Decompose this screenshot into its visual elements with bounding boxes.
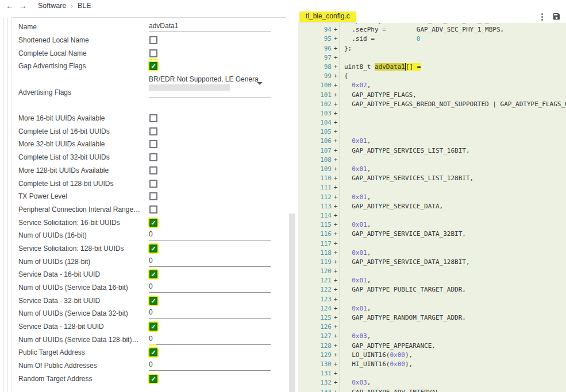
code-line: 121+ 0x01, (298, 276, 566, 285)
code-line: 114+ (298, 211, 566, 220)
line-number: 124 (298, 304, 332, 313)
diff-added-marker: + (332, 109, 340, 118)
code-line: 120+ (298, 267, 566, 276)
line-number: 133 (298, 388, 332, 392)
diff-added-marker: + (332, 100, 340, 109)
checkbox[interactable] (149, 180, 157, 188)
field-label: Name (18, 23, 149, 31)
form-row: Num of UUIDs (Service Data 32-bit)0 (18, 307, 280, 320)
form-row: Complete List of 128-bit UUIDs (18, 177, 280, 190)
text-input[interactable]: advData1 (149, 22, 271, 32)
line-number: 104 (298, 118, 332, 127)
field-label: Gap Advertising Flags (18, 62, 149, 70)
checkbox[interactable]: ✓ (149, 323, 157, 331)
code-line: 94+ .secPhy = GAP_ADV_SEC_PHY_1_MBPS, (298, 25, 566, 34)
form-row: Num of UUIDs (Service Data 16-bit)0 (18, 281, 280, 294)
text-input[interactable]: 0 (149, 257, 271, 267)
checkbox[interactable]: ✓ (149, 62, 157, 70)
text-input[interactable]: 0 (149, 335, 271, 345)
breadcrumb-item-software[interactable]: Software (38, 2, 66, 10)
code-line: 116+ GAP_ADTYPE_SERVICE_DATA_32BIT, (298, 230, 566, 239)
field-label: Complete Local Name (18, 49, 149, 57)
checkbox[interactable] (149, 153, 157, 161)
line-number: 117 (298, 239, 332, 249)
code-line: 131+ (298, 369, 566, 378)
checkbox[interactable] (149, 205, 157, 214)
field-label: Peripheral Connection Interval Range… (18, 205, 149, 214)
line-number: 106 (298, 137, 332, 146)
chevron-down-icon[interactable] (257, 82, 263, 85)
checkbox[interactable]: ✓ (149, 219, 157, 227)
diff-added-marker: + (332, 25, 340, 34)
line-number: 114 (298, 211, 332, 220)
line-number: 129 (298, 351, 332, 360)
form-row: Complete List of 16-bit UUIDs (18, 125, 280, 138)
line-number: 101 (298, 91, 332, 100)
line-number: 107 (298, 146, 332, 156)
checkbox[interactable] (149, 140, 157, 148)
diff-added-marker: + (332, 183, 340, 192)
form-row: Num of UUIDs (128-bit)0 (18, 255, 280, 268)
back-arrow-icon[interactable]: ← (5, 1, 14, 10)
checkbox[interactable]: ✓ (149, 244, 157, 253)
field-label: Num of UUIDs (Service Data 128-bit)… (18, 336, 149, 344)
tab-ti-ble-config[interactable]: ti_ble_config.c (299, 11, 356, 22)
diff-added-marker: + (332, 285, 340, 294)
line-number: 122 (298, 285, 332, 294)
line-number: 130 (298, 360, 332, 369)
line-number: 113 (298, 202, 332, 211)
code-line: 126+ (298, 323, 566, 332)
checkbox[interactable]: ✓ (149, 270, 157, 278)
field-label: Service Data - 16-bit UUID (18, 270, 149, 278)
diff-added-marker: + (332, 230, 340, 239)
forward-arrow-icon[interactable]: → (18, 1, 28, 10)
diff-added-marker: + (332, 81, 340, 90)
line-number: 127 (298, 332, 332, 341)
diff-added-marker: + (332, 91, 340, 100)
checkbox[interactable] (149, 114, 157, 122)
line-number: 109 (298, 165, 332, 174)
diff-added-marker: + (332, 388, 340, 392)
line-number: 126 (298, 323, 332, 332)
diff-added-marker: + (332, 127, 340, 137)
code-line: 109+ 0x01, (298, 165, 566, 174)
text-input[interactable]: 0 (149, 360, 271, 371)
line-number: 121 (298, 276, 332, 285)
diff-added-marker: + (332, 53, 340, 63)
form-row: More 16-bit UUIDs Available (18, 112, 280, 125)
checkbox[interactable] (149, 166, 157, 174)
checkbox[interactable]: ✓ (149, 348, 157, 356)
checkbox[interactable]: ✓ (149, 297, 157, 305)
diff-added-marker: + (332, 323, 340, 332)
line-number: 116 (298, 230, 332, 239)
form-row: More 32-bit UUIDs Available (18, 138, 280, 151)
field-label: More 128-bit UUIDs Available (18, 166, 149, 174)
form-row: More 128-bit UUIDs Available (18, 164, 280, 177)
field-label: Service Solicitation: 16-bit UUIDs (18, 219, 149, 227)
checkbox[interactable] (149, 192, 157, 200)
line-number: 115 (298, 220, 332, 230)
save-icon[interactable] (552, 12, 561, 21)
line-number: 95 (298, 34, 332, 44)
checkbox[interactable] (149, 127, 157, 135)
breadcrumb-item-ble[interactable]: BLE (78, 2, 91, 10)
field-label: Public Target Address (18, 348, 149, 356)
checkbox[interactable] (149, 49, 157, 57)
diff-added-marker: + (332, 34, 340, 44)
text-input[interactable]: 0 (149, 282, 271, 293)
text-input[interactable]: 0 (149, 230, 271, 240)
diff-added-marker: + (332, 165, 340, 174)
field-label: More 32-bit UUIDs Available (18, 140, 149, 148)
select-value[interactable]: BR/EDR Not Supported, LE Genera (149, 75, 264, 83)
line-number: 102 (298, 100, 332, 109)
vertical-scrollbar[interactable] (289, 214, 295, 392)
code-line: 133+ GAP_ADTYPE_ADV_INTERVAL, (298, 388, 566, 392)
code-line: 112+ 0x01, (298, 193, 566, 202)
checkbox[interactable] (149, 36, 157, 44)
text-input[interactable]: 0 (149, 308, 271, 319)
checkbox[interactable]: ✓ (149, 375, 157, 383)
code-editor[interactable]: 93+ .primPhy = GAP_ADV_PRIM_PHY_1_MBPS,9… (298, 23, 566, 392)
line-number: 100 (298, 81, 332, 90)
diff-added-marker: + (332, 193, 340, 202)
kebab-menu-icon[interactable] (538, 13, 546, 21)
